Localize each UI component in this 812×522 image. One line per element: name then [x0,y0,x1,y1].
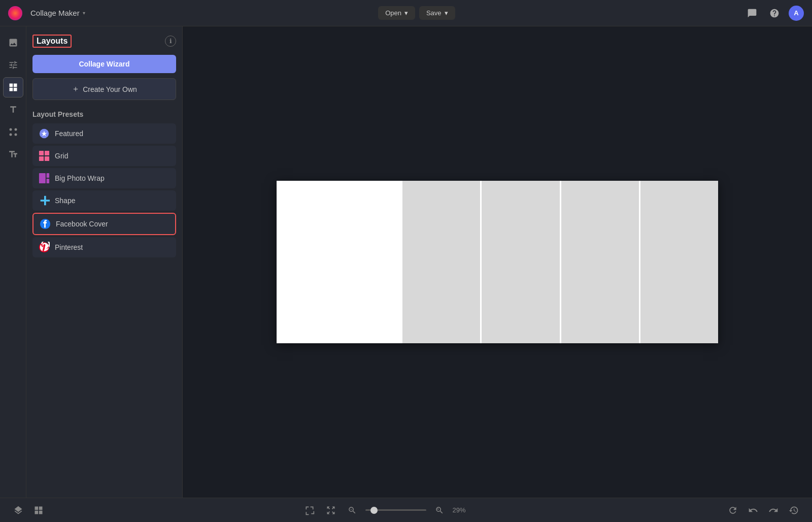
preset-item-big-photo-wrap[interactable]: Big Photo Wrap [32,168,176,188]
help-icon [769,8,780,18]
undo-button[interactable] [745,502,761,518]
redo-button[interactable] [765,502,782,518]
sidebar-header: Layouts ℹ [32,35,176,48]
svg-point-0 [9,128,12,131]
icon-bar-text2-button[interactable] [3,144,23,165]
chat-icon-button[interactable] [744,5,760,21]
big-photo-wrap-icon [39,173,50,184]
save-label: Save [426,9,442,17]
pinterest-label: Pinterest [55,243,83,251]
redo-icon [768,505,779,515]
header-left: Collage Maker ▾ [8,6,89,20]
create-own-label: Create Your Own [83,85,137,93]
preset-item-featured[interactable]: Featured [32,123,176,144]
open-chevron-icon: ▾ [404,9,408,17]
collage-wizard-button[interactable]: Collage Wizard [32,55,176,73]
canvas-panel-2 [482,181,559,343]
expand-icon [326,505,336,515]
facebook-cover-label: Facebook Cover [56,220,108,228]
open-label: Open [385,9,401,17]
open-button[interactable]: Open ▾ [378,6,415,20]
objects-icon [8,127,18,137]
sliders-icon [8,60,18,70]
svg-rect-8 [45,156,49,161]
svg-rect-10 [47,173,50,178]
preset-item-pinterest[interactable]: Pinterest [32,237,176,257]
grid-view-button[interactable] [30,502,47,518]
bottom-toolbar-center: 29% [301,502,470,518]
grid-icon [39,150,50,161]
history-button[interactable] [786,502,802,518]
header-center: Open ▾ Save ▾ [378,6,455,20]
canvas-panel-4 [640,181,718,343]
create-own-button[interactable]: ＋ Create Your Own [32,78,176,100]
canvas-area [183,26,812,498]
preset-item-shape[interactable]: Shape [32,190,176,211]
svg-point-1 [14,128,17,131]
history-icon [789,505,799,515]
canvas-panel-3 [561,181,639,343]
info-icon-button[interactable]: ℹ [165,36,176,47]
grid-view-icon [33,505,44,515]
text2-icon [8,149,18,159]
refresh-cw-icon [728,505,738,515]
icon-bar-layouts-button[interactable] [3,77,23,97]
big-photo-wrap-label: Big Photo Wrap [55,174,105,182]
layers-icon [13,505,23,515]
help-icon-button[interactable] [766,5,783,21]
bottom-toolbar-left [10,502,47,518]
svg-rect-9 [39,173,46,183]
canvas-right-panels [401,181,718,343]
image-icon [8,38,18,48]
icon-bar-image-button[interactable] [3,32,23,53]
app-title-label: Collage Maker [30,9,80,17]
chat-icon [747,8,757,18]
expand-button[interactable] [323,502,339,518]
icon-bar-objects-button[interactable] [3,122,23,142]
svg-rect-5 [39,151,44,155]
svg-point-3 [14,134,17,136]
bottom-toolbar-right [725,502,802,518]
shape-label: Shape [55,197,75,205]
featured-label: Featured [55,129,83,138]
redo-cw-button[interactable] [725,502,741,518]
svg-rect-7 [39,156,44,161]
zoom-slider[interactable] [365,509,426,511]
zoom-in-icon [435,506,444,515]
main-area: Layouts ℹ Collage Wizard ＋ Create Your O… [0,26,812,498]
app-logo [8,6,22,20]
collage-canvas [277,181,718,343]
avatar[interactable]: A [789,6,804,21]
shape-icon [39,195,50,206]
plus-icon: ＋ [72,84,80,94]
svg-rect-6 [45,151,49,155]
zoom-value-label: 29% [453,506,470,514]
icon-bar-filters-button[interactable] [3,55,23,75]
bottom-toolbar: 29% [0,498,812,522]
undo-icon [748,505,758,515]
layers-button[interactable] [10,502,26,518]
fit-screen-button[interactable] [301,502,318,518]
app-title-button[interactable]: Collage Maker ▾ [26,7,89,19]
save-button[interactable]: Save ▾ [419,6,455,20]
fit-screen-icon [304,505,315,515]
svg-rect-11 [47,179,50,183]
featured-icon [39,128,50,139]
header-right: A [744,5,804,21]
preset-item-grid[interactable]: Grid [32,146,176,166]
layouts-icon [8,82,18,92]
pinterest-icon [39,242,50,253]
facebook-icon [40,218,51,230]
save-chevron-icon: ▾ [445,9,448,17]
header: Collage Maker ▾ Open ▾ Save ▾ A [0,0,812,26]
grid-label: Grid [55,152,68,160]
canvas-left-panel [277,181,401,343]
zoom-out-button[interactable] [344,502,360,518]
chevron-down-icon: ▾ [83,10,85,16]
presets-section-label: Layout Presets [32,110,176,118]
preset-list: Featured Grid Big Photo Wra [32,123,176,257]
sidebar-title: Layouts [32,35,72,48]
preset-item-facebook-cover[interactable]: Facebook Cover [32,213,176,235]
icon-bar-text-button[interactable] [3,100,23,120]
zoom-in-button[interactable] [431,502,448,518]
